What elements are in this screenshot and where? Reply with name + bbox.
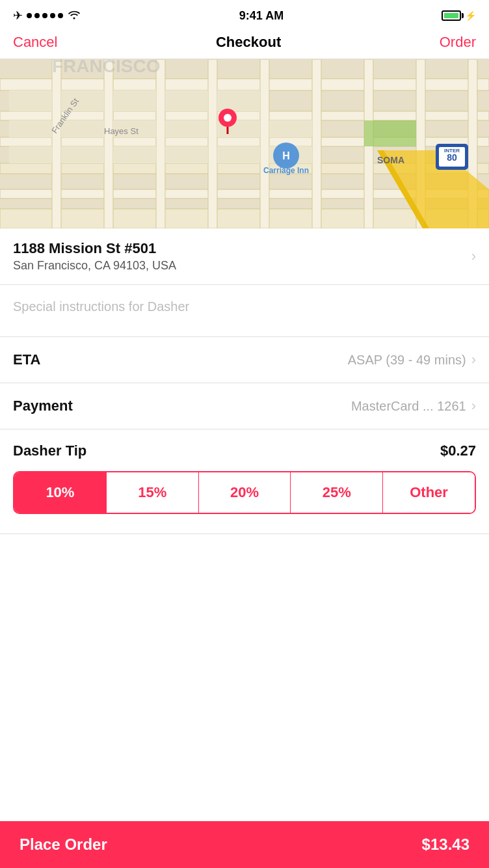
tip-amount: $0.27	[440, 442, 476, 459]
place-order-label: Place Order	[20, 835, 107, 854]
place-order-price: $13.43	[422, 835, 469, 854]
svg-text:80: 80	[447, 152, 457, 163]
signal-dots	[27, 13, 63, 18]
address-chevron-icon: ›	[471, 248, 476, 265]
tip-label: Dasher Tip	[13, 442, 86, 459]
signal-dot-5	[58, 13, 63, 18]
status-bar: ✈ 9:41 AM ⚡	[0, 0, 489, 29]
payment-value: MasterCard ... 1261	[351, 399, 466, 414]
tip-button-15[interactable]: 15%	[107, 472, 199, 513]
payment-label: Payment	[13, 398, 73, 414]
tip-button-25[interactable]: 25%	[291, 472, 383, 513]
svg-rect-26	[269, 120, 312, 137]
bottom-spacer	[0, 534, 489, 586]
tip-button-other[interactable]: Other	[383, 472, 475, 513]
svg-rect-2	[0, 111, 489, 120]
map-area: H Carriage Inn INTER 80 FRANCISCO Frankl…	[0, 59, 489, 228]
payment-value-container: MasterCard ... 1261 ›	[351, 398, 476, 414]
address-sub: San Francisco, CA 94103, USA	[13, 259, 176, 273]
svg-rect-22	[61, 120, 104, 137]
eta-value: ASAP (39 - 49 mins)	[348, 353, 466, 368]
svg-rect-29	[113, 146, 156, 163]
status-time: 9:41 AM	[239, 9, 284, 23]
eta-label: ETA	[13, 351, 40, 368]
payment-chevron-icon: ›	[471, 398, 476, 414]
svg-rect-27	[9, 146, 52, 163]
signal-dot-4	[50, 13, 55, 18]
svg-rect-35	[364, 120, 416, 146]
battery-icon	[442, 10, 461, 21]
status-right: ⚡	[442, 10, 476, 21]
tip-header: Dasher Tip $0.27	[13, 442, 476, 459]
address-row[interactable]: 1188 Mission St #501 San Francisco, CA 9…	[0, 228, 489, 285]
tip-button-20[interactable]: 20%	[199, 472, 291, 513]
tip-button-10[interactable]: 10%	[14, 472, 107, 513]
eta-value-container: ASAP (39 - 49 mins) ›	[348, 351, 476, 368]
svg-rect-28	[61, 146, 104, 163]
eta-chevron-icon: ›	[471, 351, 476, 368]
signal-dot-3	[42, 13, 47, 18]
svg-text:SOMA: SOMA	[377, 155, 404, 165]
nav-bar: Cancel Checkout Order	[0, 29, 489, 59]
place-order-bar[interactable]: Place Order $13.43	[0, 821, 489, 868]
battery-container	[442, 10, 461, 21]
svg-rect-21	[9, 120, 52, 137]
address-text: 1188 Mission St #501 San Francisco, CA 9…	[13, 240, 176, 273]
address-main: 1188 Mission St #501	[13, 240, 176, 257]
svg-rect-18	[113, 90, 156, 111]
svg-text:Hayes St: Hayes St	[104, 126, 139, 136]
svg-point-48	[224, 114, 231, 122]
dasher-tip-section: Dasher Tip $0.27 10% 15% 20% 25% Other	[0, 429, 489, 534]
svg-rect-31	[217, 146, 260, 163]
tip-buttons-group: 10% 15% 20% 25% Other	[13, 471, 476, 514]
eta-row[interactable]: ETA ASAP (39 - 49 mins) ›	[0, 337, 489, 383]
order-button[interactable]: Order	[440, 34, 476, 51]
cancel-button[interactable]: Cancel	[13, 34, 57, 51]
instructions-row[interactable]: Special instructions for Dasher	[0, 285, 489, 337]
svg-rect-10	[208, 59, 217, 228]
signal-dot-1	[27, 13, 32, 18]
battery-fill	[444, 13, 458, 18]
payment-row[interactable]: Payment MasterCard ... 1261 ›	[0, 383, 489, 429]
svg-rect-7	[52, 59, 61, 228]
svg-rect-24	[165, 120, 208, 137]
airplane-icon: ✈	[13, 8, 23, 23]
svg-text:H: H	[282, 150, 290, 161]
svg-rect-12	[312, 59, 321, 228]
signal-dot-2	[34, 13, 40, 18]
bolt-icon: ⚡	[465, 10, 476, 21]
svg-text:FRANCISCO: FRANCISCO	[52, 59, 160, 76]
svg-rect-11	[260, 59, 269, 228]
status-left: ✈	[13, 8, 81, 23]
svg-rect-8	[104, 59, 113, 228]
wifi-icon	[67, 9, 81, 23]
instructions-placeholder: Special instructions for Dasher	[13, 299, 476, 314]
page-title: Checkout	[216, 34, 281, 51]
svg-text:Carriage Inn: Carriage Inn	[263, 166, 309, 175]
svg-rect-19	[165, 90, 208, 111]
svg-rect-20	[217, 90, 260, 111]
svg-rect-16	[9, 90, 52, 111]
svg-rect-1	[0, 79, 489, 90]
svg-rect-9	[156, 59, 165, 228]
svg-rect-30	[165, 146, 208, 163]
